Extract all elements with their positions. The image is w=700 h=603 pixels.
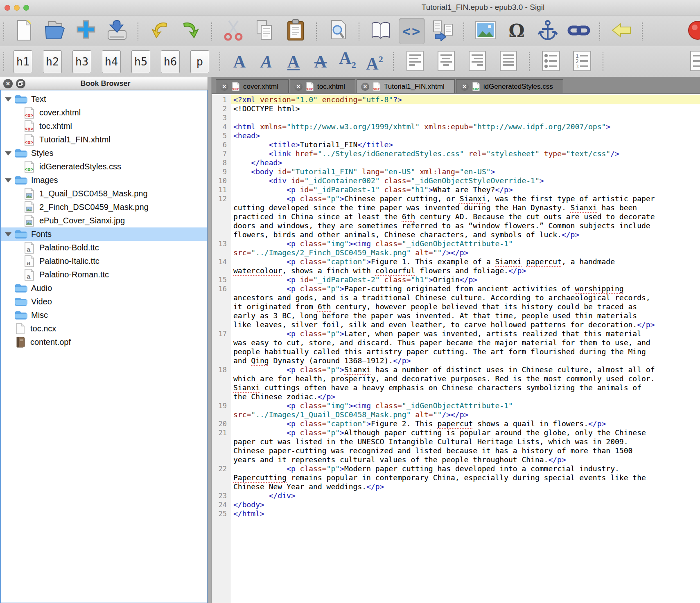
align-center-button[interactable] [433, 49, 459, 75]
code-line[interactable]: 5<head> [212, 131, 700, 140]
close-tab-icon[interactable]: ✕ [294, 83, 303, 91]
tree-item-palatino-bold-ttc[interactable]: aPalatino-Bold.ttc [1, 241, 207, 254]
undo-button[interactable] [147, 18, 173, 44]
numbered-list-button[interactable]: 123 [569, 49, 595, 75]
panel-splitter[interactable] [208, 77, 212, 603]
h6-button[interactable]: h6 [161, 50, 180, 73]
tree-item-fonts[interactable]: Fonts [1, 227, 207, 241]
redo-button[interactable] [178, 18, 204, 44]
close-panel-icon[interactable]: ✕ [3, 79, 13, 88]
code-line[interactable]: 2<!DOCTYPE html> [212, 104, 700, 113]
code-line[interactable]: 16 <p class="p">Paper-cutting originated… [212, 284, 700, 329]
tree-item-palatino-italic-ttc[interactable]: aPalatino-Italic.ttc [1, 254, 207, 268]
code-line[interactable]: 23 </div> [212, 491, 700, 500]
h4-button[interactable]: h4 [102, 50, 121, 73]
add-existing-button[interactable] [73, 18, 99, 44]
editor-empty-area[interactable] [231, 518, 700, 603]
code-line[interactable]: 25</html> [212, 509, 700, 518]
copy-button[interactable] [251, 18, 278, 44]
tree-item-images[interactable]: Images [1, 173, 207, 187]
tab-cover-xhtml[interactable]: ✕<o>cover.xhtml [216, 79, 289, 93]
h1-button[interactable]: h1 [14, 50, 32, 73]
disclosure-triangle-icon[interactable] [5, 178, 11, 182]
save-button[interactable] [104, 18, 130, 44]
code-line[interactable]: 13 <p class="img"><img class="_idGenObje… [212, 239, 700, 257]
cut-button[interactable] [220, 18, 246, 44]
tree-item-1-quail-dsc0458-mask-png[interactable]: 1_Quail_DSC0458_Mask.png [1, 187, 207, 200]
subscript-icon[interactable]: A2 [336, 46, 359, 77]
h5-button[interactable]: h5 [131, 50, 150, 73]
align-right-button[interactable] [464, 49, 490, 75]
close-tab-icon[interactable]: ✕ [461, 83, 469, 91]
tree-item-epub-cover-sianxi-jpg[interactable]: ePub_Cover_Sianxi.jpg [1, 214, 207, 227]
code-line[interactable]: 19 <p class="img"><img class="_idGenObje… [212, 401, 700, 419]
h3-button[interactable]: h3 [72, 50, 91, 73]
tree-item-text[interactable]: Text [1, 92, 207, 106]
code-line[interactable]: 9 <body id="Tutorial1_FIN" lang="en-US" … [212, 167, 700, 176]
close-tab-icon[interactable]: ✕ [220, 83, 228, 91]
code-line[interactable]: 3 [212, 113, 700, 122]
preview-button[interactable] [430, 18, 456, 44]
tree-item-misc[interactable]: Misc [1, 308, 207, 322]
p-button[interactable]: p [190, 50, 209, 73]
insert-link-button[interactable] [566, 18, 592, 44]
code-line[interactable]: 18 <p class="p">Sianxi has a number of d… [212, 365, 700, 401]
code-line[interactable]: 11 <p id="_idParaDest-1" class="h1">What… [212, 185, 700, 194]
find-replace-button[interactable] [325, 18, 351, 44]
code-line[interactable]: 17 <p class="p">Later, when paper was in… [212, 329, 700, 365]
code-view-button[interactable]: <> [399, 18, 425, 44]
tree-item-video[interactable]: Video [1, 295, 207, 308]
disclosure-triangle-icon[interactable] [5, 97, 11, 101]
close-tab-icon[interactable]: ✕ [361, 83, 369, 91]
bullet-list-button[interactable] [538, 49, 564, 75]
tree-item-cover-xhtml[interactable]: <o>cover.xhtml [1, 106, 207, 119]
code-line[interactable]: 12 <p class="p">Chinese paper cutting, o… [212, 194, 700, 239]
code-editor[interactable]: 1<?xml version="1.0" encoding="utf-8"?>2… [212, 94, 700, 603]
tab-tutorial1-fin-xhtml[interactable]: ✕<o>Tutorial1_FIN.xhtml [357, 79, 455, 93]
insert-image-button[interactable] [472, 18, 499, 44]
new-file-button[interactable] [11, 18, 37, 44]
code-line[interactable]: 21 <p class="p">Although paper cutting i… [212, 428, 700, 464]
strikethrough-icon[interactable]: A [309, 50, 332, 74]
code-line[interactable]: 8 </head> [212, 158, 700, 167]
code-line[interactable]: 7 <link href="../Styles/idGeneratedStyle… [212, 149, 700, 158]
tab-toc-xhtml[interactable]: ✕<o>toc.xhtml [290, 79, 355, 93]
zoom-window-button[interactable] [23, 5, 29, 11]
code-line[interactable]: 24</body> [212, 500, 700, 509]
disclosure-triangle-icon[interactable] [5, 151, 11, 155]
tree-item-toc-xhtml[interactable]: <o>toc.xhtml [1, 119, 207, 133]
tree-item-tutorial1-fin-xhtml[interactable]: <o>Tutorial1_FIN.xhtml [1, 133, 207, 146]
code-line[interactable]: 20 <p class="caption">Figure 2. This pap… [212, 419, 700, 428]
tree-item-2-finch-dsc0459-mask-png[interactable]: 2_Finch_DSC0459_Mask.png [1, 200, 207, 214]
tab-idgeneratedstyles-css[interactable]: ✕<o>idGeneratedStyles.css [456, 79, 563, 93]
align-left-button[interactable] [402, 49, 428, 75]
minimize-window-button[interactable] [14, 5, 20, 11]
tree-item-palatino-roman-ttc[interactable]: aPalatino-Roman.ttc [1, 268, 207, 281]
code-line[interactable]: 14 <p class="caption">Figure 1. This exa… [212, 257, 700, 275]
paste-button[interactable] [282, 18, 309, 44]
float-panel-icon[interactable] [16, 79, 25, 88]
back-button[interactable] [608, 18, 635, 44]
code-line[interactable]: 22 <p class="p">Modern paper cutting has… [212, 464, 700, 491]
h2-button[interactable]: h2 [43, 50, 62, 73]
clipped-button[interactable] [686, 49, 700, 75]
code-line[interactable]: 4<html xmlns="http://www.w3.org/1999/xht… [212, 122, 700, 131]
tree-item-audio[interactable]: Audio [1, 281, 207, 295]
superscript-icon[interactable]: A2 [363, 47, 386, 76]
special-character-button[interactable]: Ω [504, 18, 530, 44]
disclosure-triangle-icon[interactable] [5, 232, 11, 236]
underline-icon[interactable]: A [282, 50, 305, 74]
tree-item-styles[interactable]: Styles [1, 146, 207, 160]
book-view-button[interactable] [368, 18, 394, 44]
donate-button[interactable] [684, 18, 700, 44]
bold-icon[interactable]: A [228, 50, 251, 74]
tree-item-idgeneratedstyles-css[interactable]: <o>idGeneratedStyles.css [1, 160, 207, 173]
code-line[interactable]: 1<?xml version="1.0" encoding="utf-8"?> [212, 95, 700, 104]
italic-icon[interactable]: A [255, 50, 278, 74]
close-window-button[interactable] [5, 5, 10, 11]
anchor-button[interactable] [535, 18, 561, 44]
open-button[interactable] [42, 18, 68, 44]
code-line[interactable]: 10 <div id="_idContainer002" class="_idG… [212, 176, 700, 185]
tree-item-content-opf[interactable]: content.opf [1, 335, 207, 349]
align-justify-button[interactable] [495, 49, 522, 75]
